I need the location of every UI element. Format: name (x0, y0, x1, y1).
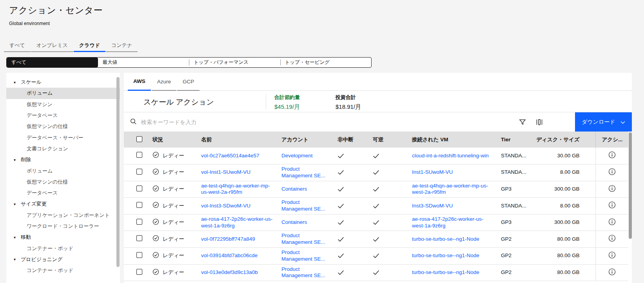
attached-vm-link[interactable]: ae-rosa-417-2p26c-worker-us-west-1a-9z6r… (412, 216, 483, 229)
tree-item-scale-5[interactable]: 文書コレクション (6, 143, 120, 154)
switcher-top-performance[interactable]: トップ・パフォーマンス (189, 58, 280, 67)
status-ready-icon (152, 269, 159, 277)
tree-item-scale-3[interactable]: 仮想マシンの仕様 (6, 121, 120, 132)
account-link[interactable]: Product Management SE... (281, 233, 325, 245)
tree-item-resize-0[interactable]: アプリケーション・コンポーネント (6, 210, 120, 221)
action-info-icon[interactable] (608, 221, 616, 227)
column-header-status[interactable]: 状況 (146, 132, 195, 148)
account-link[interactable]: Product Management SE... (281, 249, 325, 262)
action-info-icon[interactable] (608, 171, 616, 177)
status-ready-icon (152, 168, 159, 177)
provider-tab-aws[interactable]: AWS (128, 73, 151, 91)
row-checkbox[interactable] (136, 235, 142, 241)
attached-vm-link[interactable]: turbo-se-turbo-se--ng1-Node (412, 269, 479, 275)
switcher-all[interactable]: すべて (7, 58, 98, 67)
tree-item-move-0[interactable]: コンテナー・ポッド (6, 243, 120, 254)
row-checkbox[interactable] (136, 252, 142, 258)
tree-item-resize-1[interactable]: ワークロード・コントローラー (6, 221, 120, 232)
volume-name-link[interactable]: vol-0c27ae65014ae4e57 (201, 153, 259, 159)
tree-group-scale[interactable]: ▾スケール (6, 77, 120, 88)
row-checkbox[interactable] (136, 202, 142, 208)
attached-vm-link[interactable]: cloud-int-a-redshift-tunneling-win (412, 153, 489, 159)
action-info-icon[interactable] (608, 187, 616, 193)
column-header-vm[interactable]: 接続された VM (406, 132, 495, 148)
account-link[interactable]: Product Management SE... (281, 166, 325, 178)
volume-name-link[interactable]: vol-03914bfd7abc06cde (201, 252, 258, 258)
column-settings-icon[interactable] (535, 118, 543, 126)
row-checkbox[interactable] (136, 186, 142, 191)
tab-cloud[interactable]: クラウド (74, 39, 105, 52)
search-input[interactable] (141, 112, 494, 132)
action-info-icon[interactable] (608, 204, 616, 210)
account-link[interactable]: Development (281, 153, 313, 159)
tree-item-provisioning-0[interactable]: コンテナー・ポッド (6, 265, 120, 276)
column-header-tier[interactable]: Tier (495, 132, 530, 148)
status-ready-icon (152, 185, 159, 194)
account-link[interactable]: Product Management SE... (281, 199, 325, 212)
tree-group-move[interactable]: ▾移動 (6, 232, 120, 243)
provider-tab-gcp[interactable]: GCP (177, 73, 200, 91)
row-checkbox[interactable] (136, 152, 142, 158)
tab-container[interactable]: コンテナ (106, 39, 138, 52)
table-body: レディーvol-0c27ae65014ae4e57Developmentclou… (124, 148, 628, 281)
stats-row: スケール アクション 合計節約量 $45.19/月 投資合計 $18.91/月 (124, 91, 632, 112)
tree-item-delete-2[interactable]: データベース (6, 187, 120, 198)
action-info-icon[interactable] (608, 154, 616, 160)
total-investment-value: $18.91/月 (336, 103, 361, 111)
provider-tab-azure[interactable]: Azure (152, 73, 176, 91)
tree-item-scale-4[interactable]: データベース・サーバー (6, 132, 120, 143)
tab-on-prem[interactable]: オンプレミス (31, 39, 73, 52)
tree-item-delete-0[interactable]: ボリューム (6, 165, 120, 176)
tree-group-label: 移動 (21, 234, 31, 241)
select-all-checkbox[interactable] (136, 136, 142, 142)
tree-item-scale-2[interactable]: データベース (6, 110, 120, 121)
total-savings-label: 合計節約量 (274, 94, 300, 101)
tree-group-label: スケール (21, 79, 42, 86)
column-header-account[interactable]: アカウント (275, 132, 331, 148)
volume-name-link[interactable]: vol-Inst1-SUwoM-VU (201, 169, 250, 175)
column-header-nond[interactable]: 非中断 (331, 132, 366, 148)
sidebar-scrollbar[interactable] (116, 77, 120, 267)
switcher-top-savings[interactable]: トップ・セービング (280, 58, 372, 67)
volume-name-link[interactable]: vol-0f72295bff747a849 (201, 236, 255, 242)
volume-name-link[interactable]: ae-rosa-417-2p26c-worker-us-west-1a-9z6r… (201, 216, 272, 229)
account-link[interactable]: Product Management SE... (281, 266, 325, 279)
tree-item-scale-1[interactable]: 仮想マシン (6, 99, 120, 110)
column-header-rev[interactable]: 可逆 (366, 132, 406, 148)
status-label: レディー (163, 186, 184, 193)
account-link[interactable]: Containers (281, 219, 307, 225)
attached-vm-link[interactable]: turbo-se-turbo-se--ng1-Node (412, 236, 479, 242)
column-header-name[interactable]: 名前 (195, 132, 275, 148)
attached-vm-link[interactable]: ae-test-q4hqn-ae-worker-mp-us-west-2a-r9… (412, 183, 488, 195)
tree-group-resize[interactable]: ▾サイズ変更 (6, 198, 120, 209)
download-button[interactable]: ダウンロード (575, 112, 632, 132)
volume-name-link[interactable]: ae-test-q4hqn-ae-worker-mp-us-west-2a-r9… (201, 183, 270, 195)
tier-value: STANDA... (501, 153, 526, 159)
reversible-check-icon (373, 153, 406, 159)
tier-value: GP3 (501, 186, 512, 192)
account-link[interactable]: Containers (281, 186, 307, 192)
attached-vm-link[interactable]: Inst1-SUwoM-VU (412, 169, 453, 175)
table-row: レディーvol-0c27ae65014ae4e57Developmentclou… (124, 148, 628, 164)
page-subtitle: Global environment (9, 21, 50, 26)
tree-item-scale-0[interactable]: ボリューム (6, 88, 120, 99)
attached-vm-link[interactable]: Inst3-SDwoM-VU (412, 203, 453, 209)
tree-item-delete-1[interactable]: 仮想マシンの仕様 (6, 177, 120, 187)
table-scrollbar[interactable] (629, 132, 632, 239)
action-info-icon[interactable] (608, 237, 616, 243)
action-info-icon[interactable] (608, 254, 616, 260)
attached-vm-link[interactable]: turbo-se-turbo-se--ng1-Node (412, 252, 479, 258)
volume-name-link[interactable]: vol-Inst3-SDwoM-VU (201, 203, 250, 209)
row-checkbox[interactable] (136, 219, 142, 225)
switcher-max[interactable]: 最大値 (98, 58, 189, 67)
tab-all[interactable]: すべて (4, 39, 31, 52)
column-header-action[interactable]: アクシ... (595, 132, 628, 148)
row-checkbox[interactable] (136, 269, 142, 275)
filter-icon[interactable] (519, 118, 526, 126)
action-info-icon[interactable] (608, 271, 616, 277)
volume-name-link[interactable]: vol-013e0def3d9c13a0b (201, 269, 258, 275)
tree-group-delete[interactable]: ▾削除 (6, 154, 120, 165)
tree-group-provisioning[interactable]: ▾プロビジョニング (6, 254, 120, 265)
row-checkbox[interactable] (136, 169, 142, 175)
column-header-size[interactable]: ディスク・サイズ (530, 132, 595, 148)
